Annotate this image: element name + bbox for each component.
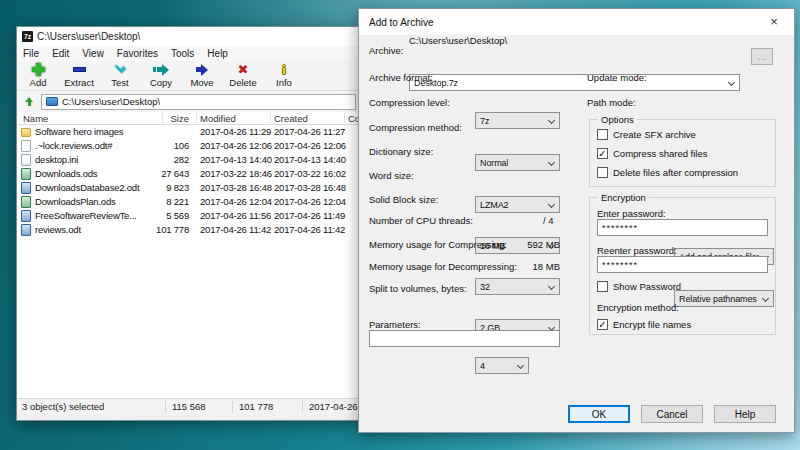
file-icon bbox=[21, 154, 31, 166]
help-button[interactable]: Help bbox=[714, 405, 776, 423]
column-header-name[interactable]: Name bbox=[23, 112, 48, 125]
test-check-icon bbox=[116, 62, 125, 77]
file-modified: 2017-04-26 11:42 bbox=[200, 223, 271, 237]
compress-shared-checkbox[interactable]: ✓ Compress shared files bbox=[597, 148, 708, 159]
status-date: 2017-04-26 11:4 bbox=[309, 399, 360, 415]
column-header-modified[interactable]: Modified bbox=[200, 112, 236, 125]
parameters-input[interactable] bbox=[369, 330, 560, 347]
archive-name-combo[interactable]: Desktop.7z bbox=[409, 74, 740, 91]
file-created: 2017-04-26 12:04 bbox=[274, 195, 346, 209]
show-password-checkbox[interactable]: Show Password bbox=[597, 281, 681, 292]
file-row[interactable]: Downloads.ods 27 643 2017-03-22 18:46 20… bbox=[17, 167, 360, 181]
compression-method-label: Compression method: bbox=[369, 119, 462, 136]
status-selected-count: 3 object(s) selected bbox=[22, 399, 104, 415]
fm-menubar: File Edit View Favorites Tools Help bbox=[17, 46, 360, 61]
delete-after-checkbox[interactable]: Delete files after compression bbox=[597, 167, 738, 178]
enter-password-input[interactable]: ******** bbox=[597, 219, 768, 236]
fm-status-bar: 3 object(s) selected 115 568 101 778 201… bbox=[17, 398, 360, 415]
file-list: Software hero images 2017-04-26 11:29 20… bbox=[17, 125, 360, 398]
file-modified: 2017-04-26 11:56 bbox=[200, 209, 271, 223]
close-icon[interactable]: × bbox=[764, 12, 784, 32]
menu-file[interactable]: File bbox=[23, 48, 39, 59]
file-icon bbox=[21, 196, 31, 208]
file-created: 2017-04-26 11:42 bbox=[274, 223, 345, 237]
address-combo[interactable]: C:\Users\user\Desktop\ bbox=[41, 94, 356, 110]
extract-minus-icon bbox=[73, 62, 86, 77]
move-button[interactable]: Move bbox=[185, 62, 219, 88]
encryption-group-title: Encryption bbox=[598, 192, 649, 203]
chevron-down-icon bbox=[548, 159, 555, 166]
reenter-password-input[interactable]: ******** bbox=[597, 256, 768, 273]
checkbox-icon bbox=[597, 129, 608, 140]
file-modified: 2017-03-22 18:46 bbox=[200, 167, 272, 181]
file-row[interactable]: .~lock.reviews.odt# 106 2017-04-26 12:06… bbox=[17, 139, 360, 153]
test-button[interactable]: Test bbox=[103, 62, 137, 88]
chevron-down-icon bbox=[548, 117, 555, 124]
compression-method-combo[interactable]: LZMA2 bbox=[475, 196, 560, 213]
address-path: C:\Users\user\Desktop\ bbox=[62, 96, 160, 107]
file-created: 2017-04-26 11:27 bbox=[274, 125, 345, 139]
file-created: 2017-04-26 12:06 bbox=[274, 139, 346, 153]
folder-icon bbox=[46, 97, 58, 106]
memory-compress-value: 592 MB bbox=[527, 238, 560, 252]
menu-view[interactable]: View bbox=[82, 48, 104, 59]
delete-button[interactable]: ✖ Delete bbox=[226, 62, 260, 88]
info-button[interactable]: i Info bbox=[267, 62, 301, 88]
fm-toolbar: Add Extract Test Copy Move ✖ Delete i In… bbox=[17, 61, 360, 91]
file-modified: 2017-04-26 12:06 bbox=[200, 139, 272, 153]
file-row[interactable]: reviews.odt 101 778 2017-04-26 11:42 201… bbox=[17, 223, 360, 237]
ok-button[interactable]: OK bbox=[568, 405, 630, 423]
file-icon bbox=[21, 140, 31, 152]
7zip-app-icon: 7z bbox=[22, 31, 33, 42]
word-size-combo[interactable]: 32 bbox=[475, 278, 560, 295]
copy-button[interactable]: Copy bbox=[144, 62, 178, 88]
file-row[interactable]: desktop.ini 282 2017-04-13 14:40 2017-04… bbox=[17, 153, 360, 167]
column-header-size[interactable]: Size bbox=[171, 112, 189, 125]
file-created: 2017-03-22 16:02 bbox=[274, 167, 346, 181]
file-row[interactable]: Software hero images 2017-04-26 11:29 20… bbox=[17, 125, 360, 139]
chevron-down-icon bbox=[548, 283, 555, 290]
file-row[interactable]: DownloadsDatabase2.odt 9 823 2017-03-28 … bbox=[17, 181, 360, 195]
dialog-titlebar: Add to Archive × bbox=[359, 9, 794, 35]
file-row[interactable]: DownloadsPlan.ods 8 221 2017-04-26 12:04… bbox=[17, 195, 360, 209]
file-row[interactable]: FreeSoftwareReviewTe... 5 569 2017-04-26… bbox=[17, 209, 360, 223]
checkbox-icon: ✓ bbox=[597, 319, 608, 330]
file-icon bbox=[21, 168, 31, 180]
memory-decompress-value: 18 MB bbox=[533, 260, 560, 274]
archive-format-combo[interactable]: 7z bbox=[475, 112, 560, 129]
menu-edit[interactable]: Edit bbox=[52, 48, 69, 59]
chevron-down-icon bbox=[548, 201, 555, 208]
file-size: 27 643 bbox=[129, 167, 189, 181]
compression-level-label: Compression level: bbox=[369, 94, 450, 111]
menu-tools[interactable]: Tools bbox=[171, 48, 194, 59]
checkbox-icon bbox=[597, 167, 608, 178]
file-icon bbox=[21, 210, 31, 222]
memory-compress-label: Memory usage for Compressing: bbox=[369, 238, 507, 252]
fm-address-bar: C:\Users\user\Desktop\ bbox=[17, 91, 360, 112]
cpu-threads-combo[interactable]: 4 bbox=[475, 357, 529, 374]
archive-format-label: Archive format: bbox=[369, 69, 433, 86]
fm-column-header: Name Size Modified Created Comment bbox=[17, 112, 360, 125]
file-name: Software hero images bbox=[35, 125, 154, 139]
cancel-button[interactable]: Cancel bbox=[641, 405, 703, 423]
parent-folder-button[interactable] bbox=[21, 94, 37, 110]
checkbox-icon: ✓ bbox=[597, 148, 608, 159]
cpu-threads-max: / 4 bbox=[543, 212, 554, 229]
menu-help[interactable]: Help bbox=[207, 48, 228, 59]
extract-button[interactable]: Extract bbox=[62, 62, 96, 88]
create-sfx-checkbox[interactable]: Create SFX archive bbox=[597, 129, 696, 140]
checkbox-icon bbox=[597, 281, 608, 292]
add-button[interactable]: Add bbox=[21, 62, 55, 88]
info-icon: i bbox=[282, 62, 286, 77]
update-mode-label: Update mode: bbox=[587, 69, 647, 86]
dictionary-size-label: Dictionary size: bbox=[369, 143, 433, 160]
file-size: 5 569 bbox=[129, 209, 189, 223]
chevron-down-icon bbox=[517, 362, 524, 369]
browse-button[interactable]: ... bbox=[751, 48, 773, 65]
menu-favorites[interactable]: Favorites bbox=[117, 48, 158, 59]
compression-level-combo[interactable]: Normal bbox=[475, 154, 560, 171]
column-header-created[interactable]: Created bbox=[274, 112, 308, 125]
archive-label: Archive: bbox=[369, 42, 403, 59]
cpu-threads-label: Number of CPU threads: bbox=[369, 212, 473, 229]
encrypt-names-checkbox[interactable]: ✓ Encrypt file names bbox=[597, 319, 691, 330]
